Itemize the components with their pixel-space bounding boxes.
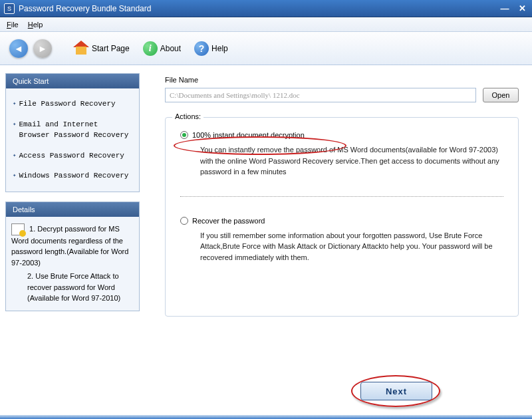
- app-icon: S: [4, 3, 15, 14]
- window-bottom-border: [0, 415, 532, 419]
- home-icon: [73, 41, 89, 57]
- details-text-1: 1. Decrypt password for MS Word document…: [11, 225, 128, 267]
- start-page-label: Start Page: [92, 44, 130, 53]
- actions-legend: Actions:: [172, 112, 203, 120]
- nav-back-button[interactable]: ◄: [9, 39, 28, 58]
- info-icon: i: [143, 41, 158, 56]
- start-page-button[interactable]: Start Page: [69, 38, 134, 59]
- arrow-left-icon: ◄: [14, 43, 23, 54]
- sidebar-item-windows-recovery[interactable]: Windows Password Recovery: [10, 166, 135, 186]
- quickstart-header: Quick Start: [6, 74, 139, 88]
- help-button[interactable]: ? Help: [190, 39, 232, 59]
- filename-input[interactable]: [165, 88, 476, 102]
- details-panel: Details 1. Decrypt password for MS Word …: [5, 202, 140, 311]
- document-key-icon: [11, 223, 25, 235]
- radio-checked-icon: [180, 131, 188, 139]
- help-icon: ?: [194, 41, 209, 56]
- details-header: Details: [6, 202, 139, 217]
- sidebar: Quick Start File Password Recovery Email…: [0, 65, 145, 419]
- open-button[interactable]: Open: [483, 88, 519, 102]
- details-text-2: 2. Use Brute Force Attack to recover pas…: [11, 271, 134, 304]
- filename-label: File Name: [165, 76, 519, 84]
- separator: [180, 196, 503, 197]
- sidebar-item-file-recovery[interactable]: File Password Recovery: [10, 94, 135, 114]
- nav-forward-button[interactable]: ►: [33, 39, 52, 58]
- help-label: Help: [211, 44, 228, 53]
- menu-help[interactable]: Help: [28, 21, 43, 29]
- sidebar-item-access-recovery[interactable]: Access Password Recovery: [10, 146, 135, 166]
- toolbar: ◄ ► Start Page i About ? Help: [0, 32, 532, 65]
- radio-recover-password[interactable]: Recover the password: [180, 217, 503, 225]
- option2-label: Recover the password: [192, 217, 265, 225]
- titlebar: S Password Recovery Bundle Standard — ✕: [0, 0, 532, 17]
- radio-instant-decryption[interactable]: 100% instant document decryption: [180, 131, 503, 139]
- main-panel: File Name Open Actions: 100% instant doc…: [145, 65, 532, 419]
- window-title: Password Recovery Bundle Standard: [19, 4, 499, 13]
- actions-group: Actions: 100% instant document decryptio…: [165, 117, 519, 317]
- radio-unchecked-icon: [180, 217, 188, 225]
- about-button[interactable]: i About: [139, 39, 185, 59]
- quickstart-panel: Quick Start File Password Recovery Email…: [5, 73, 140, 192]
- content-area: Quick Start File Password Recovery Email…: [0, 65, 532, 419]
- menubar: File Help: [0, 17, 532, 32]
- menu-file[interactable]: File: [7, 21, 19, 29]
- option2-description: If you still remember some information a…: [200, 230, 503, 263]
- next-button[interactable]: Next: [360, 382, 432, 400]
- close-button[interactable]: ✕: [516, 3, 528, 14]
- option1-label: 100% instant document decryption: [192, 131, 305, 139]
- option1-description: You can instantly remove the password of…: [200, 144, 503, 178]
- arrow-right-icon: ►: [38, 43, 47, 54]
- minimize-button[interactable]: —: [499, 3, 511, 14]
- sidebar-item-email-recovery[interactable]: Email and Internet Browser Password Reco…: [10, 114, 135, 146]
- about-label: About: [160, 44, 181, 53]
